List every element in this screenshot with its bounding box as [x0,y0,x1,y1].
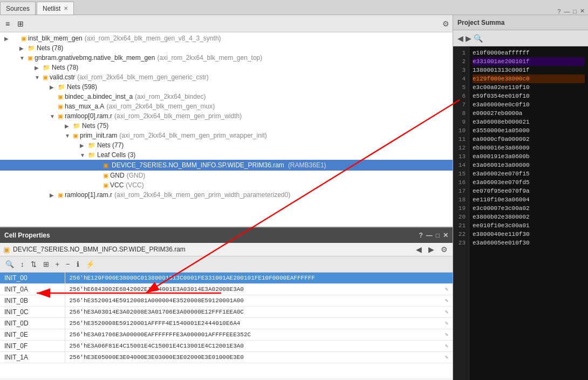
tree-item-inst_blk_mem_gen[interactable]: ▶ ▣ inst_blk_mem_gen (axi_rom_2kx64_blk_… [0,33,453,43]
cell-props-window-controls: ? — □ ✕ [419,232,448,239]
cell-props-maximize[interactable]: □ [436,232,440,239]
search-button[interactable]: 🔍 [3,259,16,269]
hex-zoom-button[interactable]: 🔍 [474,34,483,43]
folder-icon: 📁 [88,152,95,159]
cell-props-minimize[interactable]: — [426,232,433,239]
props-row-init_0d[interactable]: INIT_0D256'hE3520008E59120001AFFFF4E1540… [0,318,453,329]
help-btn[interactable]: ? [557,8,560,15]
tree-item-nets-75[interactable]: ▶ 📁 Nets (75) [0,121,453,131]
more-button[interactable]: ⚡ [84,259,97,269]
chip-icon: ▣ [21,35,26,42]
props-row-init_0c[interactable]: INIT_0C256'hE3A03014E3A02008E3A01706E3A0… [0,307,453,318]
tree-item-leaf-cells[interactable]: ▼ 📁 Leaf Cells (3) [0,150,453,160]
prop-value-init_0f: 256'hE3A06F81E4C15001E4C15001E4C13001E4C… [65,341,453,352]
cell-props-forward-button[interactable]: ▶ [427,245,436,254]
hex-back-button[interactable]: ◀ [457,34,463,43]
tree-item-nets-77[interactable]: ▶ 📁 Nets (77) [0,140,453,150]
props-row-init_0f[interactable]: INIT_0F256'hE3A06F81E4C15001E4C15001E4C1… [0,341,453,352]
close-main-btn[interactable]: ✕ [580,8,585,15]
hex-line-10: e3550000e1a05000 [473,126,585,135]
expand-icon: ▼ [35,74,41,80]
props-row-init_1a[interactable]: INIT_1A256'hE3E05000E3E04000E3E03000E3E0… [0,352,453,363]
cell-name-text: DEVICE_7SERIES.NO_BMM_INFO.SP.WIDE_PRIM3… [13,246,411,253]
cell-props-close[interactable]: ✕ [443,232,448,239]
remove-button[interactable]: − [64,259,72,269]
cell-props-gear-button[interactable]: ⚙ [439,245,449,254]
prop-key-init_0c: INIT_0C [0,307,65,318]
chip-icon: ▣ [73,132,78,139]
expand-icon: ▶ [4,36,11,42]
hex-line-9: e3a06008eb000021 [473,118,585,126]
expand-icon: ▼ [65,133,71,139]
hex-line-14: e3a06001e3a00000 [473,161,585,169]
hex-line-16: e3a06003ee070fd5 [473,178,585,187]
expand-icon: ▶ [35,65,41,71]
folder-icon: 📁 [43,64,50,71]
tree-item-has_mux[interactable]: ▣ has_mux_a.A (axi_rom_2kx64_blk_mem_gen… [0,101,453,111]
tab-netlist[interactable]: Netlist ✕ [37,2,74,15]
tree-item-nets-78-2[interactable]: ▶ 📁 Nets (78) [0,63,453,72]
maximize-btn[interactable]: □ [573,8,577,15]
prop-value-text: 256'hE129F000E38000C01380001313C0001FE33… [70,275,315,281]
edit-icon[interactable]: ✎ [445,331,448,338]
tree-item-ramloop1[interactable]: ▶ ▣ ramloop[1].ram.r (axi_rom_2kx64_blk_… [0,190,453,200]
edit-icon[interactable]: ✎ [445,320,448,327]
prop-key-init_0a: INIT_0A [0,284,65,295]
select-button[interactable]: ⊞ [41,259,51,269]
edit-icon[interactable]: ✎ [445,343,448,349]
tree-item-nets-78-1[interactable]: ▶ 📁 Nets (78) [0,43,453,53]
tree-item-valid-cstr[interactable]: ▼ ▣ valid.cstr (axi_rom_2kx64_blk_mem_ge… [0,72,453,82]
cell-props-back-button[interactable]: ◀ [414,245,423,254]
netlist-tree: ▶ ▣ inst_blk_mem_gen (axi_rom_2kx64_blk_… [0,32,453,227]
expand-all-button[interactable]: ⊞ [15,18,26,29]
tree-item-gnd[interactable]: ▣ GND (GND) [0,171,453,180]
hex-view: 1234567891011121314151617181920212223 e1… [453,46,588,380]
tree-item-gnbram[interactable]: ▼ ▣ gnbram.gnativebmg.native_blk_mem_gen… [0,53,453,63]
tree-item-ramloop0[interactable]: ▼ ▣ ramloop[0].ram.r (axi_rom_2kx64_blk_… [0,111,453,121]
tree-item-prim-init-ram[interactable]: ▼ ▣ prim_init.ram (axi_rom_2kx64_blk_mem… [0,131,453,140]
edit-icon[interactable]: ✎ [445,297,448,304]
hex-line-13: ea000191e3a0600b [473,152,585,161]
expand-icon: ▶ [65,123,71,129]
hex-forward-button[interactable]: ▶ [466,34,471,43]
prop-value-init_0b: 256'hE3520014E59120081A000004E3520008E59… [65,295,453,307]
hex-line-4: e129f000e38000c0 [473,74,585,83]
right-panel-title: Project Summa [457,19,504,26]
prop-value-init_1a: 256'hE3E05000E3E04000E3E03000E3E02000E3E… [65,352,453,363]
edit-icon[interactable]: ✎ [445,286,448,293]
props-row-init_0e[interactable]: INIT_0E256'hE3A01706E3A00000EAFFFFFFFE3A… [0,329,453,341]
info-button[interactable]: ℹ [74,259,81,269]
prop-key-init_0d: INIT_0D [0,318,65,329]
collapse-all-button[interactable]: ≡ [3,18,12,29]
sort-az-button[interactable]: ↕ [18,259,26,269]
hex-line-17: ee070f95ee070f9a [473,187,585,195]
edit-icon[interactable]: ✎ [445,309,448,315]
chip-icon: ▣ [58,103,63,110]
hex-line-21: ee010f10e3c00a01 [473,221,585,230]
tree-item-bindec[interactable]: ▣ bindec_a.bindec_inst_a (axi_rom_2kx64_… [0,92,453,101]
tree-item-device-7series[interactable]: ▣ DEVICE_7SERIES.NO_BMM_INFO.SP.WIDE_PRI… [0,160,453,171]
hex-line-19: e3c00007e3c00a02 [473,204,585,213]
tree-item-nets-598[interactable]: ▶ 📁 Nets (598) [0,82,453,92]
tree-item-vcc[interactable]: ▣ VCC (VCC) [0,180,453,190]
hex-line-numbers: 1234567891011121314151617181920212223 [453,46,469,380]
props-row-init_0a[interactable]: INIT_0A256'hE6843002E6842002E1A04001E3A0… [0,284,453,295]
prop-key-init_0e: INIT_0E [0,329,65,341]
expand-icon: ▶ [80,142,86,148]
tab-bar: Sources Netlist ✕ ? — □ ✕ [0,0,588,15]
cell-props-help[interactable]: ? [419,232,422,239]
edit-icon[interactable]: ✎ [445,354,448,361]
sort-za-button[interactable]: ⇅ [29,259,39,269]
prop-value-init_00: 256'hE129F000E38000C01380001313C0001FE33… [65,273,453,284]
settings-button[interactable]: ⚙ [442,19,449,28]
tab-netlist-close[interactable]: ✕ [64,5,68,11]
cell-props-toolbar: 🔍 ↕ ⇅ ⊞ + − ℹ ⚡ [0,256,453,273]
folder-icon: 📁 [73,123,80,130]
tab-sources[interactable]: Sources [0,2,36,15]
props-row-init_00[interactable]: INIT_00256'hE129F000E38000C01380001313C0… [0,273,453,284]
prop-key-init_00: INIT_00 [0,273,65,284]
cell-properties-panel: Cell Properties ? — □ ✕ ▣ DEVICE_7SERIES… [0,227,453,378]
props-row-init_0b[interactable]: INIT_0B256'hE3520014E59120081A000004E352… [0,295,453,307]
add-button[interactable]: + [53,259,62,269]
minimize-btn[interactable]: — [564,8,570,15]
